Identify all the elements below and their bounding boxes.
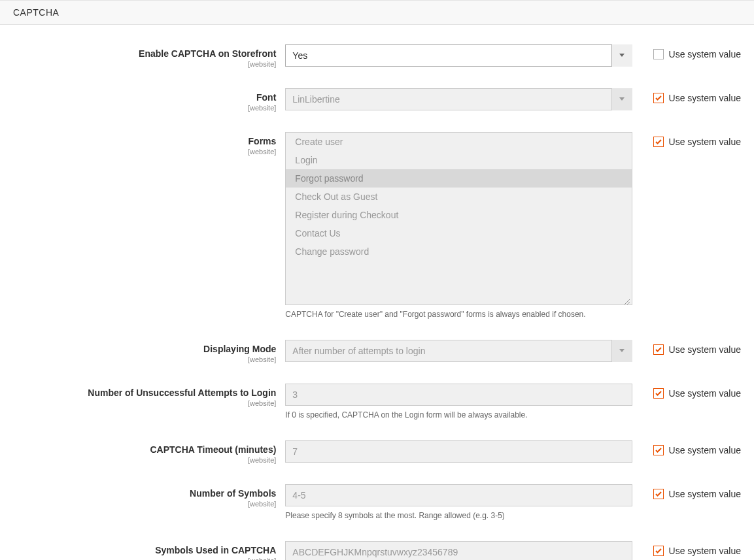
multiselect-option: Forgot password [286,169,631,188]
field-forms: Forms [website] Create user Login Forgot… [13,132,741,320]
use-system-label: Use system value [669,344,741,355]
field-scope: [website] [13,355,276,364]
use-system-checkbox-symbols-used[interactable] [653,546,664,556]
symbols-used-input [285,541,632,560]
use-system-label: Use system value [669,445,741,455]
use-system-checkbox-displaying-mode[interactable] [653,344,664,355]
enable-captcha-select[interactable]: Yes [285,44,632,67]
field-label: Symbols Used in CAPTCHA [13,545,276,556]
section-header[interactable]: CAPTCHA [0,0,754,25]
field-scope: [website] [13,499,276,508]
field-scope: [website] [13,103,276,112]
svg-line-1 [627,302,630,305]
field-num-attempts: Number of Unsuccessful Attempts to Login… [13,384,741,421]
num-attempts-input [285,384,632,406]
use-system-checkbox-num-symbols[interactable] [653,489,664,499]
use-system-label: Use system value [669,137,741,147]
field-scope: [website] [13,399,276,408]
field-symbols-used: Symbols Used in CAPTCHA [website] Please… [13,541,741,560]
use-system-checkbox-timeout[interactable] [653,445,664,455]
field-label: Font [13,92,276,103]
resize-handle-icon[interactable] [624,297,630,303]
font-select: LinLibertine [285,88,632,110]
field-scope: [website] [13,556,276,560]
displaying-mode-select: After number of attempts to login [285,340,632,362]
use-system-checkbox-forms[interactable] [653,137,664,147]
field-label: Number of Unsuccessful Attempts to Login [13,387,276,399]
use-system-label: Use system value [669,489,741,499]
use-system-label: Use system value [669,388,741,399]
field-hint: CAPTCHA for "Create user" and "Forgot pa… [285,309,632,320]
multiselect-option: Check Out as Guest [286,188,631,206]
form-container: Enable CAPTCHA on Storefront [website] Y… [0,25,754,560]
field-font: Font [website] LinLibertine Use system v… [13,88,741,112]
field-label: Enable CAPTCHA on Storefront [13,48,276,59]
use-system-checkbox-num-attempts[interactable] [653,388,664,399]
use-system-label: Use system value [669,546,741,556]
field-num-symbols: Number of Symbols [website] Please speci… [13,484,741,521]
section-title: CAPTCHA [13,7,59,18]
field-hint: Please specify 8 symbols at the most. Ra… [285,510,632,521]
multiselect-option: Register during Checkout [286,206,631,224]
field-enable-captcha: Enable CAPTCHA on Storefront [website] Y… [13,44,741,69]
field-label: Forms [13,136,276,147]
multiselect-option: Create user [286,133,631,151]
field-scope: [website] [13,455,276,465]
field-label: Number of Symbols [13,488,276,499]
num-symbols-input [285,484,632,506]
chevron-down-icon [611,44,632,67]
multiselect-option: Login [286,151,631,169]
forms-multiselect: Create user Login Forgot password Check … [285,132,632,305]
timeout-input [285,440,632,463]
field-scope: [website] [13,59,276,69]
use-system-label: Use system value [669,93,741,103]
use-system-checkbox-font[interactable] [653,93,664,103]
svg-line-0 [625,299,630,305]
chevron-down-icon [611,88,632,110]
chevron-down-icon [611,340,632,362]
field-label: CAPTCHA Timeout (minutes) [13,444,276,455]
multiselect-option: Change password [286,242,631,261]
field-label: Displaying Mode [13,344,276,355]
multiselect-option: Contact Us [286,224,631,242]
field-timeout: CAPTCHA Timeout (minutes) [website] Use … [13,440,741,465]
use-system-checkbox-enable[interactable] [653,49,664,59]
field-displaying-mode: Displaying Mode [website] After number o… [13,340,741,364]
use-system-label: Use system value [669,49,741,59]
field-hint: If 0 is specified, CAPTCHA on the Login … [285,410,632,421]
field-scope: [website] [13,147,276,156]
